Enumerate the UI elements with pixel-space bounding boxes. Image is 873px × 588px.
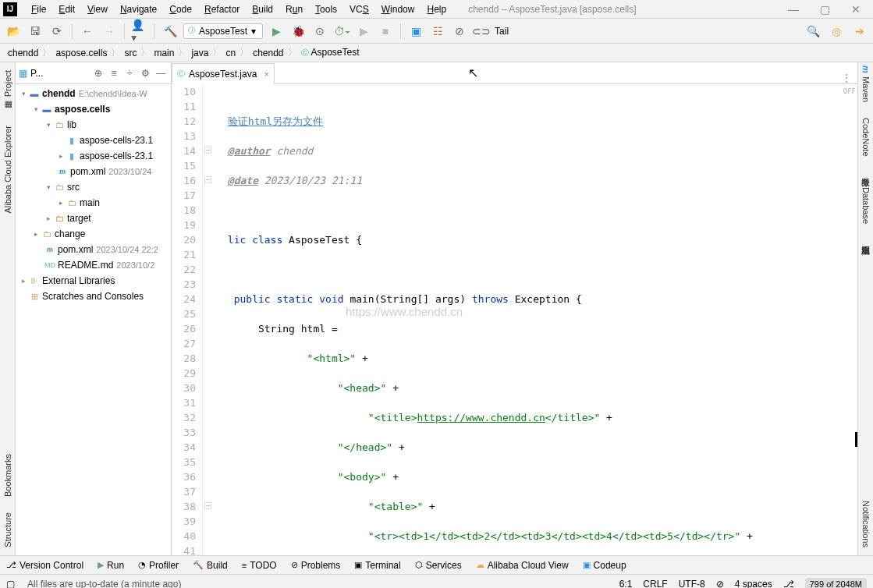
forward-icon[interactable]: → (101, 23, 118, 40)
menu-refactor[interactable]: Refactor (198, 4, 246, 15)
crumb-main[interactable]: main (151, 48, 177, 58)
debug-icon[interactable]: 🐞 (289, 23, 307, 40)
notif-icon[interactable]: ◎ (828, 23, 845, 40)
gear-icon[interactable]: ⚙ (138, 68, 152, 79)
tree-lib[interactable]: ▾🗀lib (16, 117, 171, 133)
tree-pom-lib[interactable]: mpom.xml2023/10/24 (16, 164, 171, 179)
tree-target[interactable]: ▸🗀target (16, 211, 171, 226)
tree-src[interactable]: ▾🗀src (16, 179, 171, 195)
tool-maven[interactable]: m Maven (861, 66, 871, 102)
status-pos[interactable]: 6:1 (619, 579, 633, 589)
tool1-icon[interactable]: ▣ (407, 23, 424, 40)
attach-icon[interactable]: ▶ (355, 23, 372, 40)
fold-icon[interactable]: − (204, 147, 211, 154)
tool-structure[interactable]: Structure (3, 512, 12, 547)
avatar-icon[interactable]: 👤▾ (131, 23, 148, 40)
tool-codeup[interactable]: ▣Codeup (583, 560, 626, 571)
search-icon[interactable]: 🔍 (804, 23, 822, 40)
menu-navigate[interactable]: Navigate (114, 4, 163, 15)
tree-scratches[interactable]: ⊞Scratches and Consoles (16, 289, 171, 304)
inspect-off[interactable]: OFF (843, 84, 856, 99)
profile-icon[interactable]: ⏱▾ (333, 23, 350, 40)
save-icon[interactable]: 🖫 (27, 23, 44, 40)
tree-pom-root[interactable]: mpom.xml2023/10/24 22:2 (16, 242, 171, 257)
status-enc[interactable]: UTF-8 (679, 579, 705, 589)
status-branch-icon[interactable]: ⎇ (783, 579, 794, 589)
close-icon[interactable]: ✕ (848, 3, 864, 16)
status-indent[interactable]: 4 spaces (735, 579, 772, 589)
tool-database[interactable]: Database (861, 187, 871, 224)
crumb-cn[interactable]: cn (222, 48, 239, 58)
menu-window[interactable]: Window (375, 4, 421, 15)
menu-edit[interactable]: Edit (52, 4, 81, 15)
menu-code[interactable]: Code (163, 4, 198, 15)
status-readonly-icon[interactable]: ⊘ (716, 579, 724, 589)
tree-main[interactable]: ▸🗀main (16, 195, 171, 211)
menu-help[interactable]: Help (421, 4, 452, 15)
crumb-src[interactable]: src (121, 48, 140, 58)
crumb-java[interactable]: java (188, 48, 211, 58)
tabs-more-icon[interactable]: ⋮ (836, 73, 857, 83)
open-icon[interactable]: 📂 (5, 23, 22, 40)
tool-notifications[interactable]: Notifications (861, 501, 871, 547)
coverage-icon[interactable]: ⊙ (311, 23, 328, 40)
menu-build[interactable]: Build (246, 4, 279, 15)
target-icon[interactable]: ⊕ (91, 68, 105, 79)
crumb-aspose[interactable]: aspose.cells (52, 48, 110, 58)
tree-root[interactable]: ▾▬chenddE:\chendd\Idea-W (16, 86, 171, 101)
indicator-strip[interactable]: OFF (848, 84, 857, 555)
collapse-icon[interactable]: ÷ (122, 68, 137, 79)
tool-codenote[interactable]: CodeNote (861, 118, 871, 157)
tool-alibaba-explorer[interactable]: Alibaba Cloud Explorer (3, 126, 12, 214)
tool-build[interactable]: 🔨Build (193, 560, 228, 571)
maximize-icon[interactable]: ▢ (817, 3, 832, 16)
tree-ext-libs[interactable]: ▸⊪External Libraries (16, 273, 171, 289)
tab-asposetest[interactable]: ⒸAsposeTest.java× (172, 63, 275, 84)
menu-vcs[interactable]: VCS (343, 4, 375, 15)
minimize-icon[interactable]: — (786, 3, 801, 16)
tool-project[interactable]: ▦ Project (2, 70, 12, 110)
menu-view[interactable]: View (81, 4, 114, 15)
menu-tools[interactable]: Tools (309, 4, 343, 15)
tree-jar2[interactable]: ▸▮aspose-cells-23.1 (16, 148, 171, 164)
menu-file[interactable]: File (25, 4, 52, 15)
tool-services[interactable]: ⬡Services (415, 560, 462, 571)
tree-change[interactable]: ▸🗀change (16, 226, 171, 242)
tool-bookmarks[interactable]: Bookmarks (3, 454, 12, 497)
tool-terminal[interactable]: ▣Terminal (354, 560, 400, 571)
menu-run[interactable]: Run (279, 4, 309, 15)
settings-icon[interactable]: ➔ (851, 23, 868, 40)
run-config-selector[interactable]: ⒿAsposeTest▾ (183, 23, 263, 39)
crumb-chendd2[interactable]: chendd (250, 48, 286, 58)
tool-run[interactable]: ▶Run (98, 560, 124, 571)
status-icon[interactable]: ▢ (6, 579, 15, 589)
stop-icon[interactable]: ■ (377, 23, 394, 40)
fold-icon[interactable]: − (204, 176, 211, 183)
tool-alibaba[interactable]: ☁Alibaba Cloud View (476, 560, 569, 571)
reload-icon[interactable]: ⟳ (48, 23, 66, 40)
fold-icon[interactable]: − (204, 502, 211, 509)
tool4-icon[interactable]: ⊂⊃ (473, 23, 490, 40)
tool-todo[interactable]: ≡TODO (242, 560, 277, 571)
status-lf[interactable]: CRLF (643, 579, 667, 589)
tool-vcs[interactable]: ⎇Version Control (6, 560, 83, 571)
tree-readme[interactable]: MDREADME.md2023/10/2 (16, 257, 171, 273)
tool-profiler[interactable]: ◔Profiler (138, 560, 179, 571)
close-icon[interactable]: × (264, 69, 268, 79)
tool3-icon[interactable]: ⊘ (451, 23, 468, 40)
run-icon[interactable]: ▶ (268, 23, 285, 40)
hide-icon[interactable]: — (154, 68, 168, 79)
code-content[interactable]: https://www.chendd.cn 验证html另存为文件 @autho… (217, 84, 848, 555)
back-icon[interactable]: ← (79, 23, 96, 40)
tail-label[interactable]: Tail (495, 26, 509, 37)
hammer-icon[interactable]: 🔨 (161, 23, 179, 40)
expand-icon[interactable]: ≡ (107, 68, 121, 79)
tree-module[interactable]: ▾▬aspose.cells (16, 101, 171, 117)
crumb-chendd[interactable]: chendd (5, 48, 41, 58)
tool2-icon[interactable]: ☷ (429, 23, 446, 40)
code-editor[interactable]: 10111213 1415 1617 18192021 22232425 262… (172, 84, 857, 555)
crumb-class[interactable]: ⒸAsposeTest (298, 47, 363, 58)
project-panel-title[interactable]: P... (29, 68, 43, 79)
status-memory[interactable]: 799 of 2048M (805, 578, 867, 589)
tree-jar1[interactable]: ▮aspose-cells-23.1 (16, 133, 171, 148)
